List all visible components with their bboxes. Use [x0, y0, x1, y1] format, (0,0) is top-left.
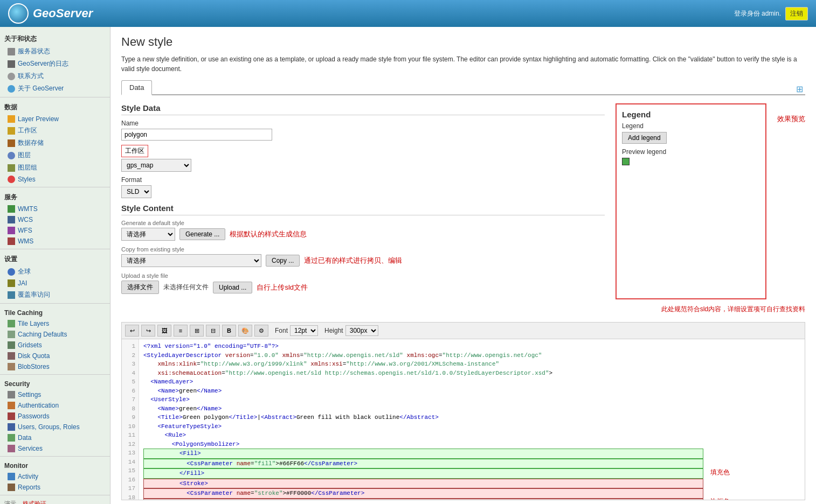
sidebar-item-store[interactable]: 数据存储	[0, 137, 110, 149]
copy-button[interactable]: Copy ...	[266, 255, 300, 267]
code-content[interactable]: <?xml version="1.0" encoding="UTF-8"?> <…	[139, 339, 708, 500]
sidebar-label: 数据存储	[18, 138, 44, 148]
store-icon	[8, 139, 15, 147]
format-button[interactable]: ⊟	[206, 325, 220, 337]
sidebar-item-activity[interactable]: Activity	[0, 471, 110, 482]
height-select[interactable]: 300px	[345, 325, 378, 336]
choose-file-button[interactable]: 选择文件	[121, 281, 159, 294]
sidebar-item-users-groups-roles[interactable]: Users, Groups, Roles	[0, 422, 110, 432]
fill-note: 填充色	[710, 468, 802, 478]
copy-sublabel: Copy from existing style	[121, 246, 605, 253]
sidebar-item-cachingdefaults[interactable]: Caching Defaults	[0, 329, 110, 340]
logo[interactable]: GeoServer	[8, 3, 93, 24]
effect-preview-text: 效果预览	[777, 114, 805, 124]
font-size-select[interactable]: 12pt	[290, 325, 318, 336]
divider	[0, 495, 110, 495]
font-label: Font	[275, 327, 288, 334]
sidebar-item-tilelayers[interactable]: Tile Layers	[0, 318, 110, 329]
sidebar-item-workspace[interactable]: 工作区	[0, 124, 110, 137]
workspace-icon	[8, 127, 15, 135]
redo-button[interactable]: ↪	[141, 325, 155, 337]
sidebar-label: Authentication	[18, 402, 59, 409]
sidebar-label: 图层组	[18, 163, 37, 172]
sidebar-label: Disk Quota	[18, 352, 50, 360]
sidebar-label: Caching Defaults	[18, 331, 67, 338]
sidebar-item-security-settings[interactable]: Settings	[0, 389, 110, 400]
copy-select[interactable]: 请选择	[121, 254, 261, 267]
sidebar-item-wmts[interactable]: WMTS	[0, 204, 110, 214]
logout-button[interactable]: 注销	[785, 7, 808, 20]
sidebar-label: 全球	[18, 267, 31, 276]
sidebar-label: WMTS	[18, 205, 38, 213]
sidebar-item-server-status[interactable]: 服务器状态	[0, 45, 110, 58]
styles-icon	[8, 176, 15, 183]
reports-icon	[8, 484, 15, 491]
color-button[interactable]: 🎨	[238, 325, 252, 337]
sidebar-item-featuretype[interactable]: 图层	[0, 149, 110, 162]
sidebar-item-services-security[interactable]: Services	[0, 443, 110, 454]
divider	[0, 249, 110, 249]
sidebar-item-layer-preview[interactable]: Layer Preview	[0, 114, 110, 124]
show-label: 演示	[4, 500, 16, 504]
sidebar-item-data-security[interactable]: Data	[0, 432, 110, 443]
sidebar-item-contact[interactable]: 联系方式	[0, 70, 110, 82]
log-icon	[8, 60, 15, 68]
jai-icon	[8, 279, 15, 287]
generate-button[interactable]: Generate ...	[179, 228, 225, 240]
sidebar-label: Passwords	[18, 412, 50, 420]
upload-sublabel: Upload a style file	[121, 272, 605, 279]
format-verify-label: 格式验证	[23, 500, 46, 504]
about-icon	[8, 85, 15, 93]
tab-bar: Data ⊞	[121, 80, 805, 95]
sidebar-item-passwords[interactable]: Passwords	[0, 411, 110, 422]
generate-select[interactable]: 请选择	[121, 228, 175, 241]
config-button[interactable]: ⚙	[254, 325, 268, 337]
height-label: Height	[324, 327, 343, 334]
auth-icon	[8, 402, 15, 409]
tab-data[interactable]: Data	[121, 80, 152, 95]
sidebar-item-wcs[interactable]: WCS	[0, 214, 110, 225]
sidebar-label: Activity	[18, 473, 38, 480]
add-legend-button[interactable]: Add legend	[622, 132, 667, 144]
sidebar-label: Data	[18, 434, 31, 442]
upload-row: 选择文件 未选择任何文件 Upload ... 自行上传sld文件	[121, 281, 605, 294]
sidebar-item-styles[interactable]: Styles	[0, 174, 110, 185]
expand-icon[interactable]: ⊞	[796, 85, 803, 94]
sidebar-label: Gridsets	[18, 341, 42, 349]
image-button[interactable]: 🖼	[157, 325, 171, 337]
code-editor[interactable]: 12345 678910 1112131415 1617181920 21222…	[121, 339, 805, 500]
divider	[0, 97, 110, 97]
format-select[interactable]: SLD	[121, 185, 151, 198]
undo-button[interactable]: ↩	[125, 325, 139, 337]
sidebar-item-authentication[interactable]: Authentication	[0, 400, 110, 411]
sidebar-item-about[interactable]: 关于 GeoServer	[0, 82, 110, 95]
sidebar-item-gridsets[interactable]: Gridsets	[0, 340, 110, 351]
page-title: New style	[121, 35, 805, 49]
sidebar-item-coverage[interactable]: 覆盖率访问	[0, 289, 110, 301]
bold-button[interactable]: B	[222, 325, 236, 337]
sidebar-item-global[interactable]: 全球	[0, 265, 110, 278]
style-data-column: Style Data Name 工作区 gps_map Format SLD	[121, 103, 605, 299]
sidebar-item-wms[interactable]: WMS	[0, 236, 110, 247]
sidebar-item-blobstores[interactable]: BlobStores	[0, 361, 110, 372]
logo-icon	[8, 3, 29, 24]
section-about: 关于和状态	[0, 31, 110, 45]
name-input[interactable]	[121, 129, 272, 141]
sidebar-item-wfs[interactable]: WFS	[0, 225, 110, 236]
table-button[interactable]: ⊞	[190, 325, 204, 337]
sidebar-item-jai[interactable]: JAI	[0, 278, 110, 289]
editor-section: 此处规范符合sld内容，详细设置项可自行查找资料 ↩ ↪ 🖼 ≡ ⊞ ⊟ B 🎨	[121, 305, 805, 500]
upload-button[interactable]: Upload ...	[213, 282, 252, 293]
align-button[interactable]: ≡	[174, 325, 188, 337]
sidebar-item-log[interactable]: GeoServer的日志	[0, 58, 110, 70]
sidebar-item-reports[interactable]: Reports	[0, 482, 110, 493]
sidebar-item-diskquota[interactable]: Disk Quota	[0, 351, 110, 361]
section-monitor: Monitor	[0, 459, 110, 471]
legend-column: Legend Legend Add legend Preview legend	[616, 103, 766, 299]
sidebar-label: Layer Preview	[18, 115, 59, 123]
layer-icon	[8, 115, 15, 123]
copy-row: 请选择 Copy ... 通过已有的样式进行拷贝、编辑	[121, 254, 605, 267]
workspace-select[interactable]: gps_map	[121, 159, 191, 172]
sidebar: 关于和状态 服务器状态 GeoServer的日志 联系方式 关于 GeoServ…	[0, 27, 110, 504]
sidebar-item-layergroup[interactable]: 图层组	[0, 162, 110, 174]
